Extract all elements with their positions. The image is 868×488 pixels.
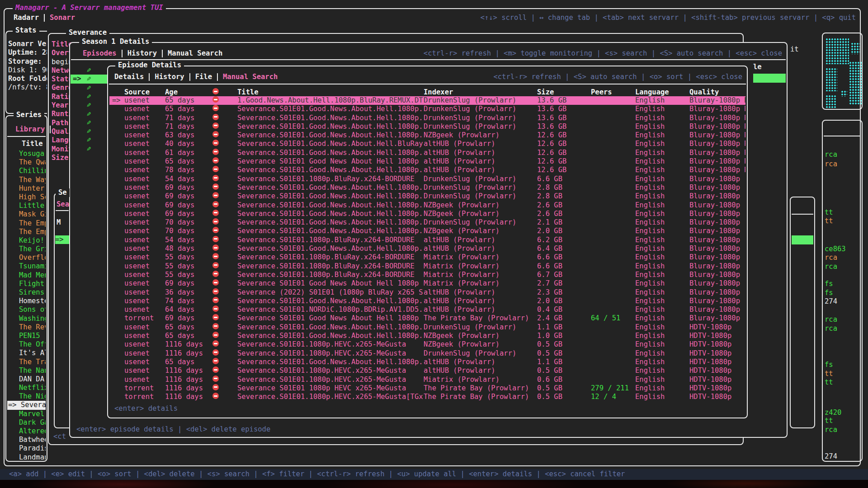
tab-details[interactable]: Details (114, 73, 144, 81)
episode-row-fragment[interactable]: ✎ (71, 145, 108, 153)
episode-row-fragment[interactable]: ✎ (71, 110, 108, 118)
episode-row-fragment[interactable]: ✎ (71, 92, 108, 101)
release-row[interactable]: usenet69 daysSeverance.S01E01.Good.News.… (109, 192, 745, 201)
release-row[interactable]: usenet1116 daysSeverance.S01E01.1080p.HE… (109, 366, 745, 375)
series-list-item[interactable]: Dark Ga (7, 418, 46, 427)
series-list-item[interactable]: Keijo!! (7, 236, 46, 245)
tab-history[interactable]: History (127, 49, 157, 58)
release-row[interactable]: usenet40 daysSeverance.S01E01.Good.News.… (109, 140, 745, 148)
series-list-item[interactable]: Chillin (7, 167, 46, 175)
tab-library[interactable]: Library (15, 125, 45, 134)
release-indexer: NZBgeek (Prowlarr) (424, 332, 537, 340)
series-list-item[interactable]: Landman (7, 453, 46, 462)
release-row[interactable]: usenet36 daysSeverance (2022) S01E01 (10… (109, 288, 745, 297)
tab-file[interactable]: File (195, 73, 212, 81)
release-row[interactable]: usenet1116 daysSeverance.S01E01.1080p.HE… (109, 340, 745, 349)
tab-manual-search[interactable]: Manual Search (223, 73, 278, 81)
release-title: Severance.S01E01.Good.News.About.Hell.10… (237, 149, 424, 157)
episode-row-fragment[interactable]: ✎ (71, 118, 108, 127)
series-list-item[interactable]: The Nig (7, 392, 46, 401)
series-list-item[interactable]: Overflo (7, 253, 46, 262)
release-row[interactable]: usenet71 daysSeverance.S01E01.Good.News.… (109, 122, 745, 131)
series-list-item[interactable]: => Severan (7, 401, 46, 409)
release-row[interactable]: usenet55 daysSeverance.S01E01.1080p.BluR… (109, 262, 745, 271)
release-row[interactable]: usenet65 daysSeverance.S01E01.Good.News.… (109, 323, 745, 332)
release-row[interactable]: usenet74 daysSeverance.S01E01.Good.News.… (109, 297, 745, 305)
series-list-item[interactable]: The Emp (7, 228, 46, 236)
release-row[interactable]: usenet61 daysSeverance.S01E01.Good.News.… (109, 149, 745, 157)
release-row[interactable]: usenet54 daysSeverance.S01E01.1080p.BluR… (109, 236, 745, 244)
series-list-item[interactable]: The Tra (7, 358, 46, 366)
release-row[interactable]: usenet71 daysSeverance.S01E01.Good.News.… (109, 114, 745, 122)
episode-row-fragment[interactable]: ✎ (71, 84, 108, 92)
release-title: Severance.S01E01.1080p.BluRay.x264-BORDU… (237, 271, 424, 279)
release-row[interactable]: usenet69 daysSeverance S01E01 Good News … (109, 279, 745, 288)
series-list-item[interactable]: It's Al (7, 349, 46, 357)
release-row[interactable]: usenet65 daysSeverance.S01E01.Good.News.… (109, 332, 745, 340)
tab-sonarr[interactable]: Sonarr (50, 14, 75, 22)
release-language: English (635, 210, 689, 218)
series-list-item[interactable]: DAN DA (7, 375, 46, 384)
release-title: Severance.S01E01.1080p.HEVC.x265-MeGusta… (237, 393, 424, 401)
series-list-item[interactable]: Altered (7, 427, 46, 436)
release-row[interactable]: usenet65 daysSeverance.S01E01.Good.News.… (109, 105, 745, 113)
release-row[interactable]: usenet1116 daysSeverance.S01E01.1080p.HE… (109, 375, 745, 384)
episode-row-fragment[interactable]: ✎ (71, 127, 108, 136)
series-list-item[interactable]: Batwhee (7, 436, 46, 444)
release-row[interactable]: torrent1116 daysSeverance S01E01 1080p H… (109, 384, 745, 393)
release-quality: Bluray-1080p (689, 192, 745, 201)
series-list-item[interactable]: The Nan (7, 366, 46, 375)
release-row[interactable]: usenet54 daysSeverance.S01E01.1080p.BluR… (109, 175, 745, 183)
series-list-item[interactable]: The Qwa (7, 158, 46, 167)
tab-episodes[interactable]: Episodes (83, 49, 117, 58)
release-row[interactable]: usenet48 daysSeverance.S01E01.Good.News.… (109, 244, 745, 253)
series-list-item[interactable]: PEN15 (7, 332, 46, 340)
series-list-item[interactable]: Hunter (7, 184, 46, 193)
release-row[interactable]: =>usenet65 days1.Good.News.About.Hell.10… (109, 96, 745, 105)
release-row[interactable]: usenet69 daysSeverance.S01E01.Good.News.… (109, 201, 745, 210)
episode-row-fragment[interactable]: ✎ (71, 136, 108, 144)
series-list-item[interactable]: Flight (7, 280, 46, 288)
series-list-item[interactable]: Netflix (7, 384, 46, 392)
release-rejected (212, 262, 237, 271)
series-list-item[interactable]: The Gri (7, 245, 46, 253)
series-list-item[interactable]: Homeste (7, 297, 46, 305)
series-list-item[interactable]: The Way (7, 176, 46, 184)
tab-history[interactable]: History (155, 73, 184, 81)
release-row[interactable]: usenet63 daysSeverance.S01E01.Good.News.… (109, 131, 745, 140)
release-row[interactable]: usenet55 daysSeverance.S01E01.1080p.BluR… (109, 253, 745, 262)
release-row[interactable]: usenet55 daysSeverance.S01E01.1080p.BluR… (109, 271, 745, 279)
release-indexer: altHUB (Prowlarr) (424, 149, 537, 157)
release-row[interactable]: usenet70 daysSeverance.S01E01.Good.News.… (109, 218, 745, 227)
release-row[interactable]: torrent1116 daysSeverance.S01E01.1080p.H… (109, 393, 745, 401)
series-list-item[interactable]: Mask Gi (7, 210, 46, 219)
series-list-item[interactable]: Sons of (7, 305, 46, 314)
release-age: 36 days (165, 288, 212, 297)
series-list-item[interactable]: High Sc (7, 193, 46, 202)
series-list-item[interactable]: Sirens (7, 288, 46, 297)
episode-row-fragment[interactable]: ✎ (71, 101, 108, 109)
release-row[interactable]: usenet65 daysSeverance.S01E01.Good.News.… (109, 358, 745, 366)
release-row[interactable]: usenet1116 daysSeverance.S01E01.1080p.HE… (109, 349, 745, 358)
series-list-item[interactable]: Yosuga (7, 150, 46, 158)
series-list-item[interactable]: Washing (7, 314, 46, 323)
series-list-item[interactable]: Paradis (7, 444, 46, 453)
series-list-item[interactable]: Little (7, 202, 46, 210)
series-list-item[interactable]: The Rev (7, 323, 46, 332)
release-row[interactable]: usenet78 daysSeverance.S01E01.Good.News.… (109, 166, 745, 174)
series-list-item[interactable]: Mad Men (7, 271, 46, 280)
tab-manual-search[interactable]: Manual Search (168, 49, 222, 58)
release-row[interactable]: usenet65 daysSeverance S01E01 Good News … (109, 157, 745, 166)
release-row[interactable]: usenet69 daysSeverance.S01E01.Good.News.… (109, 183, 745, 192)
episode-row-fragment[interactable]: ✎ (71, 66, 108, 75)
series-list-item[interactable]: The Off (7, 340, 46, 349)
series-list-item[interactable]: The Emp (7, 219, 46, 228)
release-row[interactable]: usenet70 daysSeverance.S01E01.Good.News.… (109, 227, 745, 235)
series-list-item[interactable]: Tsunami (7, 262, 46, 271)
episode-row-fragment[interactable]: =>✎ (71, 75, 108, 83)
release-row[interactable]: torrent69 daysSeverance S01E01 Good News… (109, 314, 745, 323)
release-row[interactable]: usenet64 daysSeverance.S01E01.NORDiC.108… (109, 305, 745, 314)
release-row[interactable]: usenet69 daysSeverance.S01E01.Good.News.… (109, 210, 745, 218)
series-list-item[interactable]: Marvel' (7, 410, 46, 418)
tab-radarr[interactable]: Radarr (14, 14, 39, 22)
